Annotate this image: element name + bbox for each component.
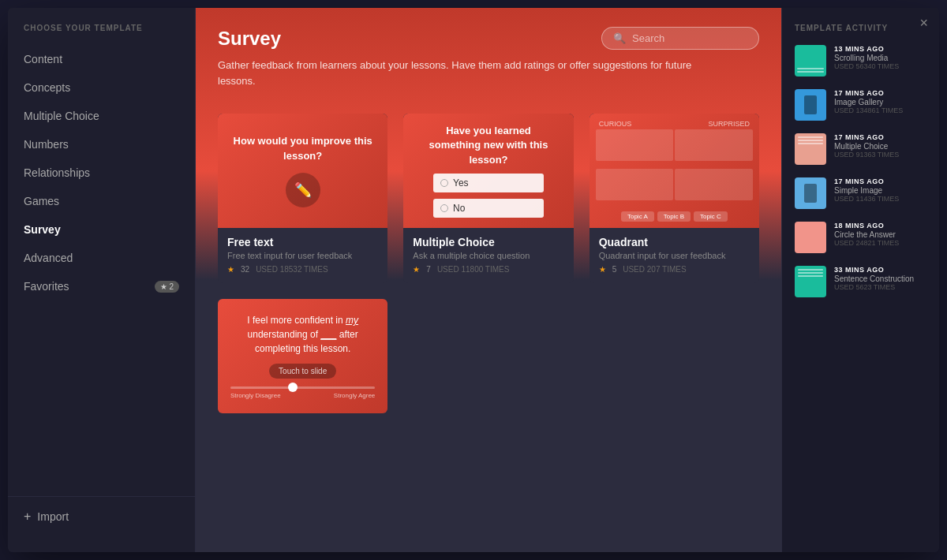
activity-info-2: 17 MINS AGO Multiple Choice USED 91363 T… [834, 133, 926, 159]
activity-used-2: USED 91363 TIMES [834, 151, 926, 159]
activity-item-5: 33 MINS AGO Sentence Construction USED 5… [795, 266, 926, 297]
card-meta-quadrant: ★ 5 USED 207 TIMES [599, 265, 750, 274]
slider-max-label: Strongly Agree [334, 392, 375, 399]
activity-thumb-4 [795, 222, 826, 253]
close-button[interactable]: × [919, 16, 928, 30]
main-title-row: Survey 🔍 [218, 27, 759, 50]
star-count-mc: 7 [426, 265, 431, 274]
sidebar-item-favorites[interactable]: Favorites ★ 2 [8, 272, 195, 301]
template-card-slider[interactable]: I feel more confident in my understandin… [218, 299, 387, 413]
mc-question: Have you learned something new with this… [413, 124, 563, 167]
activity-info-1: 17 MINS AGO Image Gallery USED 134861 TI… [834, 89, 926, 114]
activity-info-0: 13 MINS AGO Scrolling Media USED 56340 T… [834, 45, 926, 70]
thumb-phone-3 [804, 184, 817, 203]
search-input[interactable] [632, 32, 750, 44]
free-text-question: How would you improve this lesson? [218, 134, 387, 162]
used-count-free-text: USED 18532 TIMES [256, 265, 328, 274]
sidebar-item-advanced[interactable]: Advanced [8, 244, 195, 272]
card-name-quadrant: Quadrant [599, 236, 750, 248]
card-preview-mc: Have you learned something new with this… [403, 114, 573, 228]
sidebar-item-relationships[interactable]: Relationships [8, 159, 195, 187]
activity-name-1: Image Gallery [834, 98, 926, 106]
activity-used-5: USED 5623 TIMES [834, 283, 926, 291]
quad-tag-a: Topic A [621, 211, 654, 222]
card-desc-quadrant: Quadrant input for user feedback [599, 251, 750, 260]
activity-time-3: 17 MINS AGO [834, 177, 926, 185]
thumb-lines-0 [797, 68, 824, 74]
sidebar-item-numbers[interactable]: Numbers [8, 130, 195, 159]
star-count-quadrant: 5 [612, 265, 617, 274]
sidebar-item-content[interactable]: Content [8, 45, 195, 73]
mc-radio-no [440, 204, 448, 212]
quad-tag-b: Topic B [657, 211, 691, 222]
activity-thumb-5 [795, 266, 826, 297]
main-content: Survey 🔍 Gather feedback from learners a… [196, 8, 781, 552]
activity-item-1: 17 MINS AGO Image Gallery USED 134861 TI… [795, 89, 926, 121]
quad-label-surprised: SURPRISED [708, 120, 750, 128]
used-count-quadrant: USED 207 TIMES [623, 265, 686, 274]
main-description: Gather feedback from learners about your… [218, 58, 731, 88]
sidebar-item-concepts[interactable]: Concepts [8, 73, 195, 102]
panel-title: TEMPLATE ACTIVITY [795, 24, 926, 32]
activity-item-4: 18 MINS AGO Circle the Answer USED 24821… [795, 222, 926, 253]
slider-thumb [288, 383, 298, 392]
favorites-badge: ★ 2 [155, 281, 179, 293]
thumb-card-lines-2 [795, 133, 826, 149]
activity-time-2: 17 MINS AGO [834, 133, 926, 141]
star-rating-free-text: ★ [227, 265, 234, 274]
edit-icon: ✏️ [286, 173, 320, 207]
thumb-card-lines-5 [795, 266, 826, 282]
template-card-quadrant[interactable]: CURIOUS SURPRISED Topic A Topic B Topic … [590, 114, 759, 283]
slider-track-wrap: Strongly Disagree Strongly Agree [230, 386, 375, 399]
star-count-free-text: 32 [241, 265, 249, 274]
quad-cell-bl [596, 169, 674, 200]
activity-time-4: 18 MINS AGO [834, 222, 926, 230]
card-meta-free-text: ★ 32 USED 18532 TIMES [227, 265, 378, 274]
template-card-mc[interactable]: Have you learned something new with this… [403, 114, 573, 283]
activity-name-5: Sentence Construction [834, 274, 926, 283]
quad-cell-tl [596, 129, 674, 161]
slider-min-label: Strongly Disagree [230, 392, 281, 399]
right-panel: TEMPLATE ACTIVITY 13 MINS AGO Scrolling … [781, 8, 939, 552]
activity-item-3: 17 MINS AGO Simple Image USED 11436 TIME… [795, 177, 926, 209]
card-info-free-text: Free text Free text input for user feedb… [218, 228, 387, 283]
card-meta-mc: ★ 7 USED 11800 TIMES [413, 265, 563, 274]
activity-name-0: Scrolling Media [834, 54, 926, 62]
sidebar-item-multiple-choice[interactable]: Multiple Choice [8, 102, 195, 130]
used-count-mc: USED 11800 TIMES [437, 265, 510, 274]
activity-time-0: 13 MINS AGO [834, 45, 926, 53]
slider-question: I feel more confident in my understandin… [230, 313, 375, 356]
activity-used-4: USED 24821 TIMES [834, 239, 926, 247]
card-info-mc: Multiple Choice Ask a multiple choice qu… [403, 228, 573, 283]
thumb-phone-1 [804, 95, 817, 114]
template-modal: × CHOOSE YOUR TEMPLATE Content Concepts … [8, 8, 939, 552]
activity-name-3: Simple Image [834, 186, 926, 195]
sidebar-item-survey[interactable]: Survey [8, 215, 195, 244]
slider-track [230, 386, 375, 389]
plus-icon: + [24, 510, 31, 524]
activity-thumb-3 [795, 177, 826, 209]
template-card-free-text[interactable]: How would you improve this lesson? ✏️ Fr… [218, 114, 387, 283]
sidebar: CHOOSE YOUR TEMPLATE Content Concepts Mu… [8, 8, 196, 552]
quad-cell-tr [675, 129, 753, 161]
sidebar-item-games[interactable]: Games [8, 187, 195, 215]
activity-info-4: 18 MINS AGO Circle the Answer USED 24821… [834, 222, 926, 247]
import-button[interactable]: + Import [8, 496, 195, 536]
activity-thumb-2 [795, 133, 826, 165]
quad-label-curious: CURIOUS [599, 120, 632, 128]
activity-item-2: 17 MINS AGO Multiple Choice USED 91363 T… [795, 133, 926, 165]
quad-label-row-top: CURIOUS SURPRISED [596, 120, 753, 128]
card-name-mc: Multiple Choice [413, 236, 563, 248]
search-box[interactable]: 🔍 [601, 27, 759, 50]
activity-time-5: 33 MINS AGO [834, 266, 926, 274]
mc-radio-yes [440, 179, 448, 187]
sidebar-header: CHOOSE YOUR TEMPLATE [8, 24, 195, 45]
card-desc-mc: Ask a multiple choice question [413, 251, 563, 260]
quad-tag-c: Topic C [694, 211, 728, 222]
card-preview-free-text: How would you improve this lesson? ✏️ [218, 114, 387, 228]
mc-option-no: No [433, 199, 544, 218]
activity-used-0: USED 56340 TIMES [834, 62, 926, 70]
activity-used-3: USED 11436 TIMES [834, 195, 926, 203]
mc-option-yes: Yes [433, 174, 544, 192]
card-preview-quadrant: CURIOUS SURPRISED Topic A Topic B Topic … [590, 114, 759, 228]
